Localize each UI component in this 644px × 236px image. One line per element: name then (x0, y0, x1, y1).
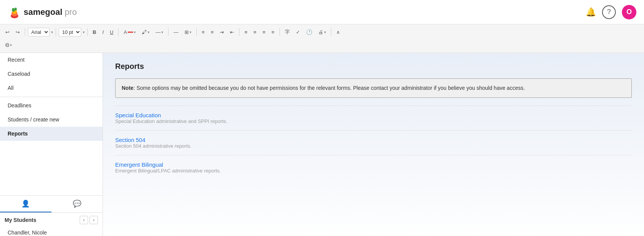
main-content: Reports Note: Some options may be omitte… (103, 53, 644, 236)
note-box: Note: Some options may be omitted becaus… (115, 78, 632, 98)
sidebar-item-deadlines[interactable]: Deadlines (0, 99, 103, 113)
app-header: samegoal pro 🔔 ? O (0, 0, 644, 24)
sidebar-item-reports[interactable]: Reports (0, 127, 103, 141)
special-education-link[interactable]: Special Education (115, 112, 161, 118)
emergent-bilingual-desc: Emergent Bilingual/LPAC administrative r… (115, 168, 632, 174)
toolbar-row-1: ↩ ↪ Arial ▾ 10 pt ▾ B I U A ▾ 🖍 ▾ — ▾ — … (3, 26, 641, 38)
toolbar-separator-6 (196, 28, 197, 36)
report-section-special-education: Special Education Special Education admi… (115, 105, 632, 130)
note-prefix: Note (122, 85, 133, 91)
main-layout: Recent Caseload All Deadlines Students /… (0, 53, 644, 236)
highlight-button[interactable]: 🖍 ▾ (140, 28, 152, 36)
header-icons: 🔔 ? O (586, 5, 636, 19)
section-504-desc: Section 504 administrative reports. (115, 143, 632, 149)
tab-person[interactable]: 👤 (0, 196, 51, 212)
section-504-link[interactable]: Section 504 (115, 137, 145, 143)
bold-button[interactable]: B (90, 28, 98, 36)
editor-toolbar: ↩ ↪ Arial ▾ 10 pt ▾ B I U A ▾ 🖍 ▾ — ▾ — … (0, 24, 644, 53)
history-button[interactable]: 🕐 (304, 28, 315, 36)
underline-button[interactable]: U (108, 28, 116, 36)
report-section-emergent-bilingual: Emergent Bilingual Emergent Bilingual/LP… (115, 155, 632, 180)
sidebar-item-caseload[interactable]: Caseload (0, 67, 103, 81)
indent-decrease-button[interactable]: ⇤ (228, 28, 236, 36)
align-justify-button[interactable]: ≡ (269, 28, 277, 36)
prev-page-button[interactable]: ‹ (80, 216, 88, 224)
logo: samegoal pro (8, 5, 77, 19)
toolbar-separator-1 (25, 28, 25, 36)
font-family-caret-icon: ▾ (51, 30, 53, 34)
report-section-section-504: Section 504 Section 504 administrative r… (115, 130, 632, 155)
undo-button[interactable]: ↩ (3, 28, 12, 36)
table-button[interactable]: ⊞ ▾ (182, 28, 194, 36)
toolbar-separator-5 (168, 28, 169, 36)
sidebar-item-recent[interactable]: Recent (0, 53, 103, 67)
my-students-label: My Students (5, 217, 36, 223)
logo-text: samegoal pro (24, 7, 77, 17)
sidebar-tabs: 👤 💬 (0, 196, 103, 213)
ordered-list-button[interactable]: ≡ (199, 28, 207, 36)
chat-icon: 💬 (73, 199, 81, 208)
font-size-select[interactable]: 10 pt (59, 28, 81, 37)
toolbar-separator-9 (331, 28, 331, 36)
svg-point-3 (12, 8, 15, 12)
font-size-caret-icon: ▾ (83, 30, 85, 34)
emergent-bilingual-link[interactable]: Emergent Bilingual (115, 161, 163, 168)
page-title: Reports (115, 62, 632, 71)
toolbar-separator-7 (239, 28, 239, 36)
avatar[interactable]: O (622, 5, 636, 19)
toolbar-separator-3 (87, 28, 88, 36)
border-button[interactable]: — ▾ (153, 28, 165, 36)
align-center-button[interactable]: ≡ (251, 28, 259, 36)
tab-chat[interactable]: 💬 (51, 196, 103, 212)
align-right-button[interactable]: ≡ (260, 28, 268, 36)
person-icon: 👤 (21, 199, 30, 208)
font-family-select[interactable]: Arial (28, 28, 50, 37)
sidebar: Recent Caseload All Deadlines Students /… (0, 53, 103, 236)
pagination-arrows: ‹ › (80, 216, 98, 224)
plan-label: pro (65, 7, 77, 17)
logo-icon (8, 5, 21, 19)
note-text: : Some options may be omitted because yo… (133, 85, 525, 91)
sidebar-divider (0, 97, 103, 97)
sidebar-students-header: My Students ‹ › (0, 213, 103, 227)
translate-button[interactable]: 字 (283, 27, 292, 37)
horizontal-line-button[interactable]: — (171, 28, 181, 36)
toolbar-separator-2 (56, 28, 56, 36)
indent-increase-button[interactable]: ⇥ (217, 28, 226, 36)
student-item[interactable]: Chandler, Nicole (0, 227, 103, 236)
toolbar-row-2: Ꞡ ▾ (3, 39, 641, 51)
font-color-button[interactable]: A ▾ (121, 28, 138, 36)
content-inner: Reports Note: Some options may be omitte… (103, 53, 644, 189)
align-left-button[interactable]: ≡ (242, 28, 250, 36)
unordered-list-button[interactable]: ≡ (209, 28, 216, 36)
toolbar-separator-8 (279, 28, 280, 36)
italic-button[interactable]: I (100, 28, 106, 36)
collapse-toolbar-button[interactable]: ∧ (334, 28, 342, 36)
next-page-button[interactable]: › (90, 216, 98, 224)
special-education-desc: Special Education administrative and SPP… (115, 118, 632, 124)
clear-format-button[interactable]: Ꞡ ▾ (3, 41, 14, 49)
redo-button[interactable]: ↪ (13, 28, 22, 36)
sidebar-item-all[interactable]: All (0, 81, 103, 95)
sidebar-bottom: 👤 💬 My Students ‹ › Chandler, Nicole (0, 195, 103, 236)
spellcheck-button[interactable]: ✓ (294, 28, 302, 36)
print-button[interactable]: 🖨 ▾ (316, 28, 328, 36)
toolbar-separator-4 (118, 28, 119, 36)
sidebar-nav: Recent Caseload All Deadlines Students /… (0, 53, 103, 195)
svg-point-4 (14, 8, 17, 11)
notification-bell-icon[interactable]: 🔔 (586, 7, 596, 17)
sidebar-item-students[interactable]: Students / create new (0, 113, 103, 127)
help-button[interactable]: ? (602, 5, 616, 19)
